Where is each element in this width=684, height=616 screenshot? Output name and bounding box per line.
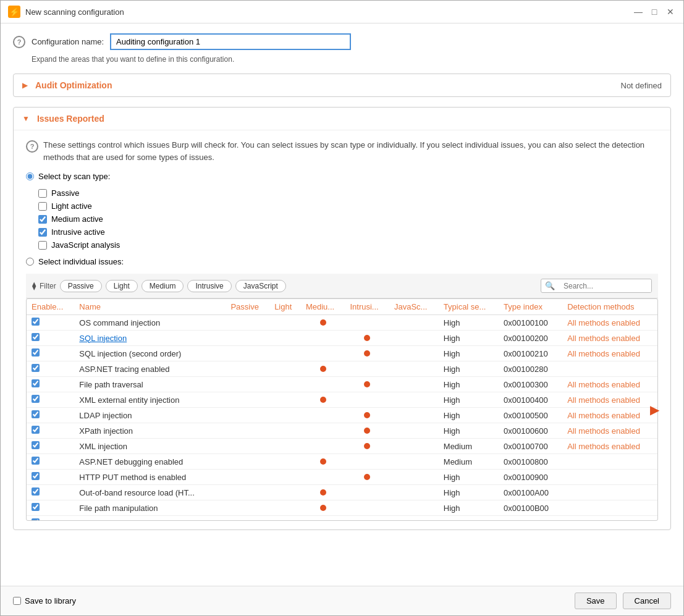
select-individual-radio[interactable]	[26, 258, 34, 266]
row-enable-checkbox[interactable]	[32, 487, 40, 496]
minimize-button[interactable]: —	[633, 6, 644, 17]
row-passive-cell	[226, 331, 269, 346]
row-detection-cell: All methods enabled	[562, 315, 657, 331]
row-enable-checkbox[interactable]	[32, 348, 40, 357]
table-row[interactable]: ASP.NET tracing enabledHigh0x00100280	[27, 361, 657, 377]
col-intrusive[interactable]: Intrusi...	[345, 299, 389, 315]
col-severity[interactable]: Typical se...	[439, 299, 499, 315]
config-name-input[interactable]	[110, 33, 351, 50]
row-intrusive-cell	[345, 516, 389, 521]
row-javascript-cell	[389, 439, 439, 454]
row-detection-text: All methods enabled	[567, 395, 640, 405]
filter-javascript-btn[interactable]: JavaScript	[235, 280, 286, 292]
table-row[interactable]: HTTP PUT method is enabledHigh0x00100900	[27, 470, 657, 485]
save-to-library-checkbox[interactable]	[13, 597, 21, 605]
row-enable-checkbox[interactable]	[32, 395, 40, 403]
table-row[interactable]: LDAP injectionHigh0x00100500All methods …	[27, 408, 657, 423]
table-row[interactable]: Out-of-band resource load (HT...High0x00…	[27, 485, 657, 500]
maximize-button[interactable]: □	[649, 6, 660, 17]
col-medium[interactable]: Mediu...	[301, 299, 345, 315]
row-type-index-cell: 0x00100A00	[499, 485, 562, 500]
save-button[interactable]: Save	[575, 593, 617, 609]
row-severity-cell: Medium	[439, 439, 499, 454]
row-intrusive-cell	[345, 423, 389, 439]
issues-reported-title: Issues Reported	[37, 114, 662, 124]
row-name-cell[interactable]: SQL injection	[74, 331, 226, 346]
col-javascript[interactable]: JavaSc...	[389, 299, 439, 315]
col-name[interactable]: Name	[74, 299, 226, 315]
row-intrusive-cell	[345, 470, 389, 485]
table-row[interactable]: XML external entity injectionHigh0x00100…	[27, 392, 657, 408]
issues-reported-header[interactable]: ▼ Issues Reported	[14, 108, 670, 130]
col-enable[interactable]: Enable...	[27, 299, 74, 315]
col-passive[interactable]: Passive	[226, 299, 269, 315]
table-row[interactable]: OS command injectionHigh0x00100100All me…	[27, 315, 657, 331]
row-enable-checkbox[interactable]	[32, 333, 40, 341]
table-row[interactable]: File path manipulationHigh0x00100B00	[27, 500, 657, 516]
row-detection-text: All methods enabled	[567, 519, 640, 521]
issues-reported-body: ? These settings control which issues Bu…	[14, 130, 670, 530]
intrusive-active-checkbox[interactable]	[38, 228, 47, 237]
row-detection-text: All methods enabled	[567, 318, 640, 327]
row-light-cell	[269, 331, 301, 346]
row-enable-checkbox[interactable]	[32, 503, 40, 511]
row-severity-cell: High	[439, 485, 499, 500]
passive-checkbox[interactable]	[38, 189, 47, 198]
row-javascript-cell	[389, 377, 439, 392]
row-type-index-cell: 0x00100C00	[499, 516, 562, 521]
row-detection-cell	[562, 485, 657, 500]
cancel-button[interactable]: Cancel	[623, 593, 671, 609]
row-name-link[interactable]: SQL injection	[79, 334, 127, 343]
col-light[interactable]: Light	[269, 299, 301, 315]
javascript-checkbox[interactable]	[38, 241, 47, 250]
select-by-scan-type-radio[interactable]	[26, 172, 34, 180]
row-medium-cell	[301, 423, 345, 439]
issues-description-text: These settings control which issues Burp…	[43, 139, 658, 163]
filter-light-btn[interactable]: Light	[106, 280, 138, 292]
row-enable-checkbox[interactable]	[32, 441, 40, 449]
row-enable-checkbox[interactable]	[32, 457, 40, 465]
intrusive-dot	[364, 412, 370, 418]
row-javascript-cell	[389, 423, 439, 439]
light-active-checkbox[interactable]	[38, 202, 47, 211]
medium-dot	[320, 520, 326, 521]
save-to-library-row: Save to library	[13, 596, 76, 605]
issues-table-wrapper[interactable]: Enable... Name Passive Light Mediu... In…	[26, 298, 658, 521]
row-enable-cell	[27, 361, 74, 377]
medium-active-checkbox[interactable]	[38, 215, 47, 224]
row-enable-checkbox[interactable]	[32, 364, 40, 372]
row-name-cell: XML injection	[74, 439, 226, 454]
table-row[interactable]: XPath injectionHigh0x00100600All methods…	[27, 423, 657, 439]
passive-checkbox-row: Passive	[38, 188, 658, 198]
table-row[interactable]: ASP.NET debugging enabledMedium0x0010080…	[27, 454, 657, 470]
issues-help-icon: ?	[26, 140, 38, 153]
search-input[interactable]	[559, 280, 651, 292]
close-button[interactable]: ✕	[665, 6, 676, 17]
table-row[interactable]: PHP code injectionHigh0x00100C00All meth…	[27, 516, 657, 521]
row-enable-cell	[27, 423, 74, 439]
row-enable-checkbox[interactable]	[32, 410, 40, 418]
filter-passive-btn[interactable]: Passive	[60, 280, 102, 292]
row-severity-cell: High	[439, 315, 499, 331]
table-row[interactable]: SQL injectionHigh0x00100200All methods e…	[27, 331, 657, 346]
table-row[interactable]: File path traversalHigh0x00100300All met…	[27, 377, 657, 392]
table-row[interactable]: SQL injection (second order)High0x001002…	[27, 346, 657, 361]
col-type-index[interactable]: Type index	[499, 299, 562, 315]
row-light-cell	[269, 315, 301, 331]
filter-intrusive-btn[interactable]: Intrusive	[187, 280, 231, 292]
row-enable-checkbox[interactable]	[32, 472, 40, 480]
filter-medium-btn[interactable]: Medium	[141, 280, 184, 292]
filter-bar: ⧫ Filter Passive Light Medium Intrusive …	[26, 274, 658, 298]
main-window: ⚡ New scanning configuration — □ ✕ ? Con…	[0, 0, 684, 616]
row-enable-checkbox[interactable]	[32, 426, 40, 434]
row-enable-checkbox[interactable]	[32, 318, 40, 326]
row-javascript-cell	[389, 315, 439, 331]
row-enable-checkbox[interactable]	[32, 518, 40, 521]
scroll-arrow: ▶	[650, 402, 659, 417]
row-enable-checkbox[interactable]	[32, 379, 40, 387]
col-detection[interactable]: Detection methods	[562, 299, 657, 315]
light-active-checkbox-row: Light active	[38, 201, 658, 211]
audit-optimization-header[interactable]: ▶ Audit Optimization Not defined	[14, 74, 670, 96]
row-detection-cell: All methods enabled	[562, 423, 657, 439]
table-row[interactable]: XML injectionMedium0x00100700All methods…	[27, 439, 657, 454]
